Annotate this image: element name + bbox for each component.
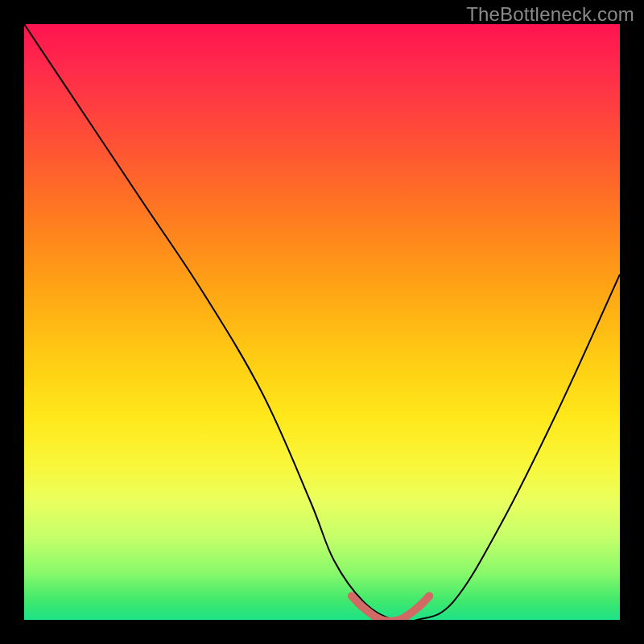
- chart-svg: [24, 24, 620, 620]
- chart-frame: TheBottleneck.com: [0, 0, 644, 644]
- series-curve: [24, 24, 620, 620]
- series-highlight: [352, 596, 429, 620]
- plot-area: [24, 24, 620, 620]
- watermark-text: TheBottleneck.com: [466, 3, 634, 26]
